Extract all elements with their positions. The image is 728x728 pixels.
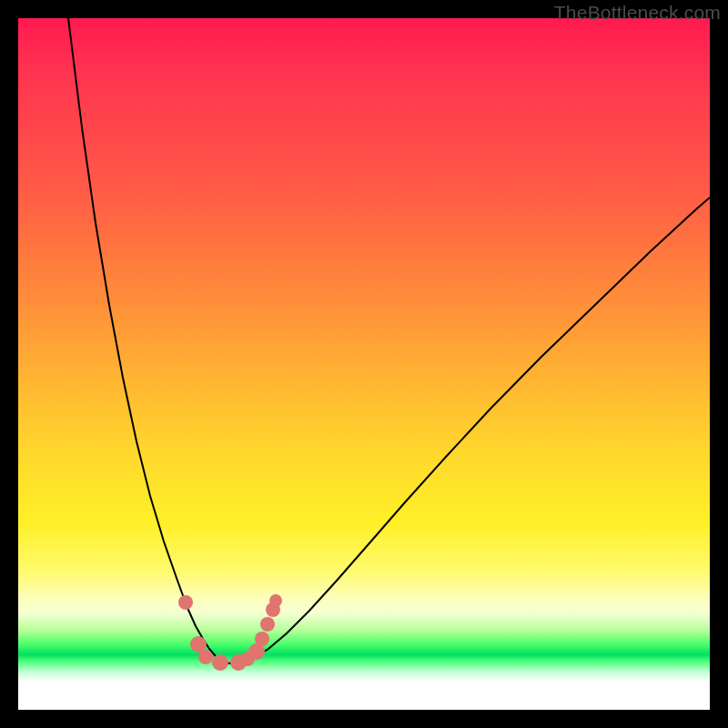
curve-marker — [269, 594, 282, 607]
v-curve — [68, 18, 710, 663]
curve-marker — [178, 595, 193, 610]
curve-marker — [198, 650, 213, 664]
curve-layer — [18, 18, 710, 710]
chart-frame: TheBottleneck.com — [0, 0, 728, 728]
curve-marker — [255, 632, 269, 646]
curve-marker — [212, 654, 228, 671]
plot-area — [18, 18, 710, 710]
watermark-text: TheBottleneck.com — [554, 2, 721, 24]
curve-marker — [260, 617, 275, 632]
bottleneck-curve — [68, 18, 710, 663]
curve-markers — [178, 594, 282, 671]
